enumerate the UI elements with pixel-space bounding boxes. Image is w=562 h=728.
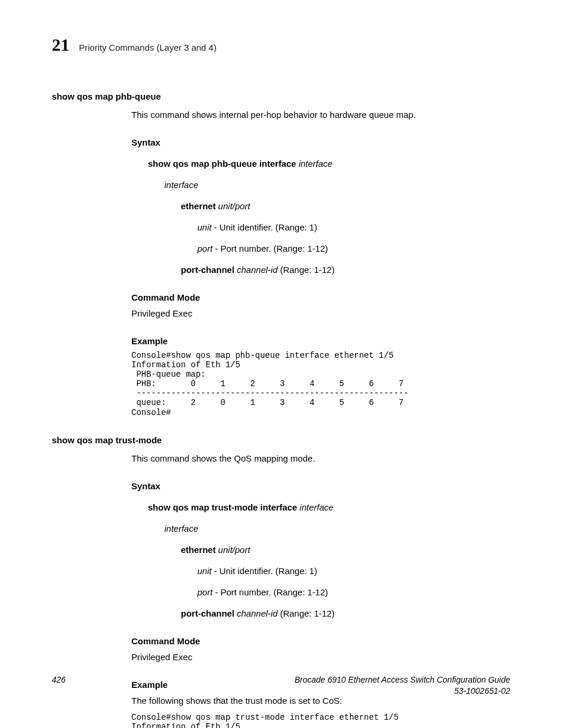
param-port: port - Port number. (Range: 1-12) <box>197 242 510 255</box>
unit-ital: unit <box>197 222 211 232</box>
port-channel-ital: channel-id <box>237 265 277 275</box>
chapter-number: 21 <box>52 32 70 57</box>
unit-text: - Unit identifier. (Range: 1) <box>211 222 317 232</box>
param-port-channel: port-channel channel-id (Range: 1-12) <box>181 607 510 620</box>
code-block: Console#show qos map phb-queue interface… <box>131 351 510 417</box>
running-header: 21 Priority Commands (Layer 3 and 4) <box>52 32 510 57</box>
example-block: Example Console#show qos map phb-queue i… <box>131 335 510 417</box>
code-block: Console#show qos map trust-mode interfac… <box>131 713 510 728</box>
port-channel-bold: port-channel <box>181 608 234 618</box>
footer-guide: Brocade 6910 Ethernet Access Switch Conf… <box>295 674 510 686</box>
page-number: 426 <box>52 674 65 686</box>
syntax-bold: show qos map phb-queue interface <box>148 159 296 169</box>
syntax-heading: Syntax <box>131 136 510 149</box>
command-mode-text: Privileged Exec <box>131 307 510 319</box>
param-unit: unit - Unit identifier. (Range: 1) <box>197 221 510 233</box>
intro-text: This command shows the QoS mapping mode. <box>131 452 510 465</box>
command-mode-text: Privileged Exec <box>131 651 510 663</box>
syntax-ital: interface <box>299 159 333 169</box>
syntax-heading: Syntax <box>131 480 510 492</box>
port-text: - Port number. (Range: 1-12) <box>213 587 328 597</box>
command-title: show qos map trust-mode <box>52 434 510 446</box>
param-ethernet: ethernet unit/port <box>181 543 510 556</box>
port-channel-text: (Range: 1-12) <box>277 265 335 275</box>
command-mode-heading: Command Mode <box>131 635 510 647</box>
param-unit: unit - Unit identifier. (Range: 1) <box>197 565 510 577</box>
port-ital: port <box>197 243 213 253</box>
syntax-bold: show qos map trust-mode interface <box>148 502 297 512</box>
port-channel-ital: channel-id <box>237 608 277 618</box>
page: 21 Priority Commands (Layer 3 and 4) sho… <box>0 0 562 728</box>
chapter-title: Priority Commands (Layer 3 and 4) <box>79 41 216 54</box>
port-channel-text: (Range: 1-12) <box>277 608 335 618</box>
ethernet-bold: ethernet <box>181 545 216 555</box>
command-title: show qos map phb-queue <box>52 90 510 103</box>
command-mode-heading: Command Mode <box>131 291 510 304</box>
param-ethernet: ethernet unit/port <box>181 200 510 212</box>
param-port: port - Port number. (Range: 1-12) <box>197 586 510 598</box>
unit-text: - Unit identifier. (Range: 1) <box>211 566 317 576</box>
section-phb-queue: show qos map phb-queue This command show… <box>52 90 510 417</box>
port-text: - Port number. (Range: 1-12) <box>213 243 328 253</box>
section-body: This command shows internal per-hop beha… <box>131 108 510 417</box>
ethernet-unit: unit <box>218 545 232 555</box>
syntax-block: Syntax show qos map phb-queue interface … <box>131 136 510 276</box>
intro-text: This command shows internal per-hop beha… <box>131 108 510 121</box>
port-channel-bold: port-channel <box>181 265 234 275</box>
command-mode-block: Command Mode Privileged Exec <box>131 635 510 663</box>
unit-ital: unit <box>197 566 211 576</box>
syntax-line: show qos map trust-mode interface interf… <box>148 501 510 513</box>
example-heading: Example <box>131 335 510 347</box>
syntax-ital: interface <box>300 502 334 512</box>
ethernet-unit: unit <box>218 201 232 211</box>
ethernet-bold: ethernet <box>181 201 216 211</box>
param-interface: interface <box>164 522 510 535</box>
syntax-block: Syntax show qos map trust-mode interface… <box>131 480 510 620</box>
footer-docnum: 53-1002651-02 <box>454 686 510 697</box>
ethernet-port: port <box>235 201 250 211</box>
syntax-line: show qos map phb-queue interface interfa… <box>148 157 510 170</box>
port-ital: port <box>197 587 213 597</box>
command-mode-block: Command Mode Privileged Exec <box>131 291 510 319</box>
ethernet-port: port <box>235 545 250 555</box>
param-interface: interface <box>164 179 510 191</box>
page-footer: 426 Brocade 6910 Ethernet Access Switch … <box>52 674 510 697</box>
param-port-channel: port-channel channel-id (Range: 1-12) <box>181 263 510 276</box>
